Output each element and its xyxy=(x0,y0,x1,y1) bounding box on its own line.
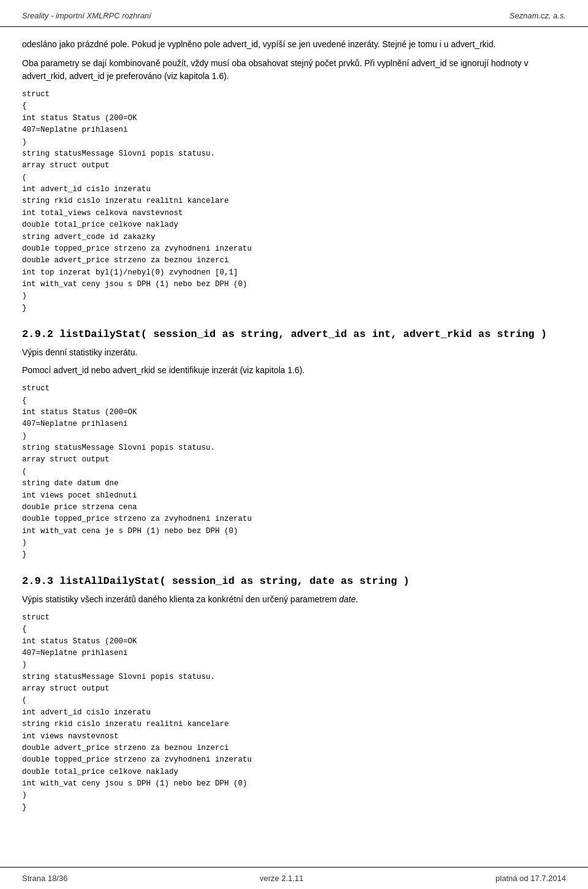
code-line: int status Status (200=OK xyxy=(22,636,566,648)
code-line: } xyxy=(22,549,566,561)
code-line: double advert_price strzeno za beznou in… xyxy=(22,255,566,267)
code-line: ) xyxy=(22,137,566,148)
code-line: ( xyxy=(22,172,566,184)
section-292-desc1: Výpis denní statistiky inzerátu. xyxy=(22,346,566,359)
section-292-desc2: Pomocí advert_id nebo advert_rkid se ide… xyxy=(22,364,566,377)
code-line: double topped_price strzeno za zvyhodnen… xyxy=(22,243,566,255)
code-line: array struct output xyxy=(22,454,566,466)
code-line: 407=Neplatne prihlaseni xyxy=(22,648,566,659)
code-line: } xyxy=(22,802,566,814)
code-line: string statusMessage Slovni popis status… xyxy=(22,671,566,683)
code-line: double price strzena cena xyxy=(22,502,566,513)
code-line: ) xyxy=(22,431,566,442)
code-line: double total_price celkove naklady xyxy=(22,766,566,778)
intro-para-2: Oba parametry se dají kombinovaně použít… xyxy=(22,57,566,83)
code-line: ) xyxy=(22,290,566,302)
code-line: ) xyxy=(22,537,566,549)
code-line: int advert_id cislo inzeratu xyxy=(22,184,566,195)
section-293-heading: 2.9.3 listAllDailyStat( session_id as st… xyxy=(22,575,566,587)
code-line: double advert_price strzeno za beznou in… xyxy=(22,743,566,754)
code-line: double topped_price strzeno za zvyhodnen… xyxy=(22,754,566,766)
code-line: string rkid cislo inzeratu realitni kanc… xyxy=(22,719,566,730)
footer-page: Strana 18/36 xyxy=(22,874,67,883)
code-line: string advert_code id zakazky xyxy=(22,232,566,243)
page-header-left: Sreality - importní XMLRPC rozhraní xyxy=(22,11,151,20)
code-line: 407=Neplatne prihlaseni xyxy=(22,124,566,136)
code-line: ( xyxy=(22,695,566,706)
code-line: ) xyxy=(22,659,566,671)
footer-date: platná od 17.7.2014 xyxy=(496,874,566,883)
code-line: ) xyxy=(22,790,566,801)
struct-block-293: struct{ int status Status (200=OK 407=Ne… xyxy=(22,612,566,814)
code-line: struct xyxy=(22,89,566,100)
code-line: int views pocet shlednuti xyxy=(22,490,566,502)
code-line: 407=Neplatne prihlaseni xyxy=(22,418,566,430)
code-line: array struct output xyxy=(22,683,566,695)
footer-version: verze 2.1.11 xyxy=(260,874,304,883)
code-line: double total_price celkove naklady xyxy=(22,219,566,231)
code-line: string statusMessage Slovni popis status… xyxy=(22,442,566,454)
code-line: } xyxy=(22,303,566,314)
section-292-heading: 2.9.2 listDailyStat( session_id as strin… xyxy=(22,328,566,340)
code-line: { xyxy=(22,100,566,112)
code-line: { xyxy=(22,395,566,407)
code-line: string date datum dne xyxy=(22,478,566,490)
main-content: odesláno jako prázdné pole. Pokud je vyp… xyxy=(0,38,588,861)
struct-block-292: struct{ int status Status (200=OK 407=Ne… xyxy=(22,383,566,561)
code-line: string rkid cislo inzeratu realitni kanc… xyxy=(22,195,566,207)
page-header-right: Seznam.cz, a.s. xyxy=(510,11,566,20)
code-line: int with_vat ceny jsou s DPH (1) nebo be… xyxy=(22,778,566,790)
intro-para-1: odesláno jako prázdné pole. Pokud je vyp… xyxy=(22,38,566,51)
code-line: double topped_price strzeno za zvyhodnen… xyxy=(22,513,566,525)
code-line: struct xyxy=(22,612,566,624)
code-line: int with_vat cena je s DPH (1) nebo bez … xyxy=(22,526,566,537)
code-line: int total_views celkova navstevnost xyxy=(22,208,566,219)
code-line: int views navstevnost xyxy=(22,731,566,743)
code-line: array struct output xyxy=(22,160,566,172)
code-line: ( xyxy=(22,466,566,478)
struct-block-1: struct{ int status Status (200=OK 407=Ne… xyxy=(22,89,566,314)
code-line: int top inzerat byl(1)/nebyl(0) zvyhodne… xyxy=(22,267,566,279)
code-line: int status Status (200=OK xyxy=(22,113,566,124)
code-line: { xyxy=(22,624,566,635)
code-line: string statusMessage Slovni popis status… xyxy=(22,148,566,160)
code-line: int status Status (200=OK xyxy=(22,407,566,418)
page-footer: Strana 18/36 verze 2.1.11 platná od 17.7… xyxy=(0,867,588,889)
section-293-desc1: Výpis statistiky všech inzerátů daného k… xyxy=(22,593,566,606)
code-line: int advert_id cislo inzeratu xyxy=(22,707,566,719)
code-line: struct xyxy=(22,383,566,395)
code-line: int with_vat ceny jsou s DPH (1) nebo be… xyxy=(22,279,566,290)
